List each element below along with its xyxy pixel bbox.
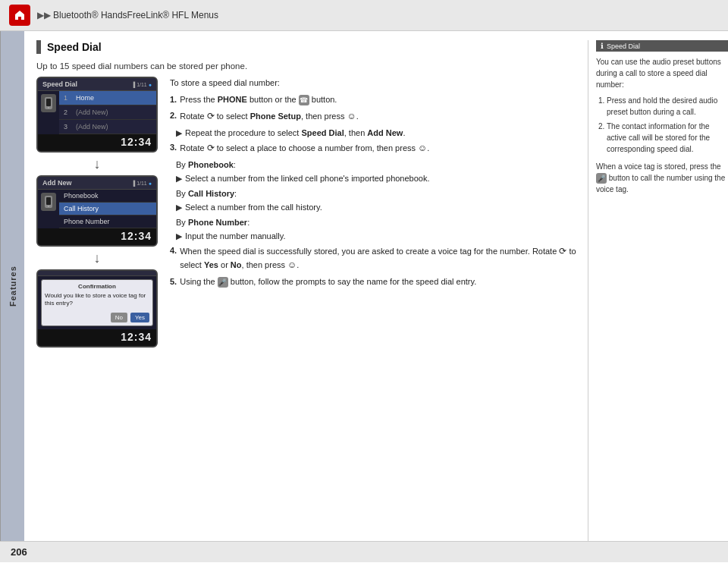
top-bar: ▶▶Bluetooth® HandsFreeLink® HFL Menus — [0, 0, 728, 31]
arrow-down-1: ↓ — [94, 157, 101, 171]
sidebar-features: Features — [0, 31, 24, 541]
arrow-down-2: ↓ — [94, 251, 101, 265]
svg-rect-4 — [46, 197, 51, 205]
note-para2: When a voice tag is stored, press the 🎤 … — [596, 161, 728, 195]
note-list-item-2: The contact information for the active c… — [607, 121, 728, 155]
screen1-item-1: 1 Home — [59, 91, 156, 105]
page-number: 206 — [11, 546, 27, 558]
confirm-text: Would you like to store a voice tag for … — [45, 292, 149, 308]
right-note-panel: ℹ Speed Dial You can use the audio prese… — [588, 40, 728, 541]
screen3-time: 12:34 — [38, 329, 156, 346]
screen1-title: Speed Dial — [42, 80, 77, 88]
intro-text: Up to 15 speed dial numbers can be store… — [36, 61, 579, 71]
confirm-no-button[interactable]: No — [111, 313, 127, 322]
sub-step-repeat: ▶ Repeat the procedure to select Speed D… — [176, 127, 579, 140]
sub-step-callhistory: ▶ Select a number from the call history. — [176, 201, 579, 214]
note-header-title: Speed Dial — [607, 42, 640, 50]
screen2-callhistory: Call History — [59, 203, 156, 215]
by-phonenumber-label: By Phone Number: — [176, 216, 579, 229]
screen2-title: Add New — [42, 179, 72, 187]
confirm-buttons: No Yes — [45, 313, 149, 322]
section-title: Speed Dial — [47, 41, 102, 53]
step-3: 3. Rotate ⟳ to select a place to choose … — [170, 141, 579, 155]
sub-step-callhistory-text: Select a number from the call history. — [185, 201, 322, 214]
instructions-intro: To store a speed dial number: — [170, 77, 579, 90]
confirm-title: Confirmation — [45, 283, 149, 290]
phone-icon-1 — [41, 94, 56, 112]
step-1: 1. Press the PHONE button or the ☎ butto… — [170, 93, 579, 106]
confirm-yes-button[interactable]: Yes — [130, 313, 149, 322]
instructions-column: To store a speed dial number: 1. Press t… — [158, 77, 579, 291]
by-phonebook-label: By Phonebook: — [176, 159, 579, 171]
screen1-status: ▐ 1/11 ● — [131, 82, 152, 87]
screen3-body: Confirmation Would you like to store a v… — [38, 276, 156, 329]
svg-point-5 — [48, 206, 49, 207]
screen-speed-dial: Speed Dial ▐ 1/11 ● — [36, 77, 158, 153]
screen1-item-2: 2 (Add New) — [59, 105, 156, 120]
note-list: Press and hold the desired audio preset … — [607, 95, 728, 155]
step-4: 4. When the speed dial is successfully s… — [170, 244, 579, 272]
sub-step-phonenumber: ▶ Input the number manually. — [176, 230, 579, 243]
screen1-time: 12:34 — [38, 134, 156, 151]
screen2-phonebook: Phonebook — [59, 190, 156, 203]
screen2-status: ▐ 1/11 ● — [131, 181, 152, 186]
sub-step-phonebook-text: Select a number from the linked cell pho… — [185, 172, 430, 185]
note-header: ℹ Speed Dial — [596, 40, 728, 52]
screen2-time: 12:34 — [38, 228, 156, 245]
note-para1: You can use the audio preset buttons dur… — [596, 56, 728, 90]
note-list-item-1: Press and hold the desired audio preset … — [607, 95, 728, 118]
screen-add-new: Add New ▐ 1/11 ● — [36, 175, 158, 247]
step-5: 5. Using the 🎤 button, follow the prompt… — [170, 275, 579, 288]
phone-icon-2 — [41, 193, 56, 211]
home-icon[interactable] — [9, 5, 30, 26]
heading-bar-icon — [36, 40, 41, 54]
step-2: 2. Rotate ⟳ to select Phone Setup, then … — [170, 109, 579, 123]
screen-confirmation: Confirmation Would you like to store a v… — [36, 269, 158, 348]
by-callhistory-label: By Call History: — [176, 187, 579, 200]
breadcrumb: ▶▶Bluetooth® HandsFreeLink® HFL Menus — [35, 10, 218, 20]
screen2-phonenumber: Phone Number — [59, 215, 156, 228]
sub-step-phonebook: ▶ Select a number from the linked cell p… — [176, 172, 579, 185]
screen1-item-3: 3 (Add New) — [59, 120, 156, 134]
section-heading: Speed Dial — [36, 40, 579, 54]
sub-step-repeat-text: Repeat the procedure to select Speed Dia… — [185, 127, 405, 140]
bottom-bar: 206 — [0, 541, 728, 562]
sub-step-phonenumber-text: Input the number manually. — [185, 230, 285, 243]
svg-rect-1 — [46, 99, 51, 106]
confirm-box: Confirmation Would you like to store a v… — [41, 279, 153, 326]
svg-point-2 — [48, 107, 49, 109]
screens-column: Speed Dial ▐ 1/11 ● — [36, 77, 158, 348]
